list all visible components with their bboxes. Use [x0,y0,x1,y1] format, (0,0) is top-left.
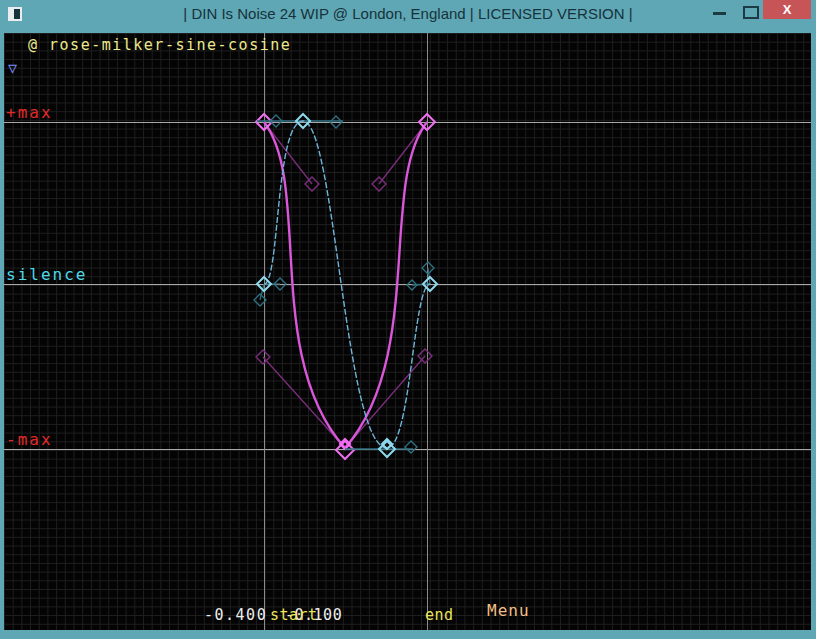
end-label[interactable]: end [425,606,454,625]
nav-triangle-icon[interactable]: ▽ [8,59,17,78]
maximize-icon [743,6,759,19]
app-window: | DIN Is Noise 24 WIP @ London, England … [0,0,816,639]
waveform-editor-canvas[interactable]: @ rose-milker-sine-cosine ▽ +max silence… [4,33,811,630]
minimize-icon [713,12,726,15]
titlebar[interactable]: | DIN Is Noise 24 WIP @ London, England … [0,0,816,33]
sine-handle-point[interactable] [330,116,342,128]
sine-curve[interactable] [264,121,430,448]
patch-name-label: @ rose-milker-sine-cosine [28,36,291,55]
minus-max-label: -max [6,430,53,449]
cosine-curve[interactable] [264,122,427,448]
start-label[interactable]: start [270,606,318,625]
sine-handle-point[interactable] [405,441,417,453]
minimize-button[interactable] [706,0,732,22]
menu-label[interactable]: Menu [487,601,530,620]
window-title: | DIN Is Noise 24 WIP @ London, England … [0,5,816,22]
readout-value-1: -0.400 [204,606,267,625]
curves-layer [4,33,811,630]
close-button[interactable]: X [763,0,811,19]
plus-max-label: +max [6,103,53,122]
silence-label: silence [6,265,87,284]
maximize-button[interactable] [736,0,762,22]
close-icon: X [783,2,792,17]
